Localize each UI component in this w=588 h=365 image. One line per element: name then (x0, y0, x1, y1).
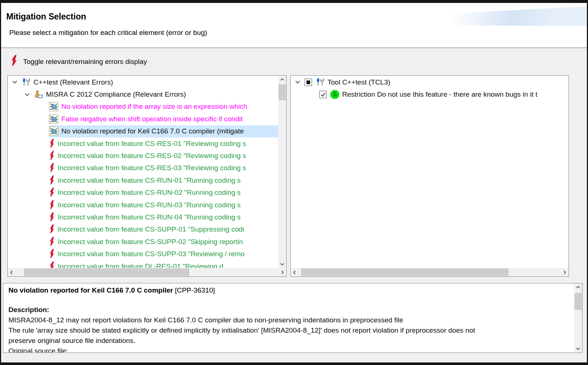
bug-icon (49, 114, 58, 124)
tree-item[interactable]: Incorrect value from feature CS-SUPP-02 … (8, 236, 278, 248)
mitigation-tree: Tool C++test (TCL3)SRestriction Do not u… (291, 76, 569, 268)
tree-item-label: Incorrect value from feature CS-RUN-01 "… (58, 176, 278, 185)
details-title-ref: [CPP-36310] (173, 286, 215, 294)
tree-item[interactable]: Incorrect value from feature CS-RES-02 "… (8, 150, 278, 162)
tree-item[interactable]: Incorrect value from feature CS-SUPP-01 … (8, 223, 278, 236)
tree-item-label: MISRA C 2012 Compliance (Relevant Errors… (46, 90, 278, 99)
tree-item-label: False negative when shift operation insi… (61, 115, 278, 123)
toggle-errors-row[interactable]: Toggle relevant/remaining errors display (10, 55, 147, 69)
scroll-down-arrow[interactable] (574, 345, 582, 353)
tree-item[interactable]: MISRA C 2012 Compliance (Relevant Errors… (8, 88, 278, 100)
tree-item[interactable]: Incorrect value from feature CS-RES-03 "… (8, 162, 278, 174)
description-line: The rule 'array size should be stated ex… (8, 325, 572, 336)
description-line: Original source file: (8, 346, 572, 353)
scroll-thumb[interactable] (279, 84, 286, 100)
relevant-errors-tree-panel: C++test (Relevant Errors)MISRA C 2012 Co… (7, 75, 287, 277)
dialog-frame: Mitigation Selection Please select a mit… (0, 0, 588, 365)
scroll-left-arrow[interactable] (291, 268, 298, 276)
scroll-right-arrow[interactable] (561, 268, 569, 276)
tree-item[interactable]: Incorrect value from feature CS-RUN-02 "… (8, 187, 278, 199)
left-horizontal-scrollbar[interactable] (8, 268, 286, 276)
red-lightning-icon (10, 55, 18, 69)
header-banner-gradient (381, 4, 587, 27)
tree-item-label: No violation reported for Keil C166 7.0 … (61, 127, 278, 135)
tools-icon (22, 78, 31, 87)
scroll-right-arrow[interactable] (279, 268, 286, 276)
chevron-down-icon[interactable] (294, 80, 305, 84)
tree-item[interactable]: False negative when shift operation insi… (8, 113, 278, 125)
error-lightning-icon (49, 237, 55, 247)
error-lightning-icon (49, 163, 55, 173)
details-title-text: No violation reported for Keil C166 7.0 … (8, 286, 173, 294)
scroll-left-arrow[interactable] (8, 268, 15, 276)
chevron-down-icon[interactable] (23, 93, 34, 96)
details-vertical-scrollbar[interactable] (574, 283, 582, 353)
scroll-up-arrow[interactable] (278, 76, 286, 83)
details-panel: No violation reported for Keil C166 7.0 … (3, 283, 582, 353)
tree-item-label: Incorrect value from feature CS-RES-03 "… (58, 164, 278, 172)
description-line: preserve original source file indentatio… (8, 336, 572, 346)
details-title: No violation reported for Keil C166 7.0 … (8, 286, 572, 295)
tree-item-label: Tool C++test (TCL3) (327, 78, 569, 86)
right-horizontal-scrollbar[interactable] (291, 268, 569, 276)
tree-item[interactable]: Incorrect value from feature DL-RES-01 "… (8, 260, 278, 268)
tree-item-label: C++test (Relevant Errors) (33, 78, 278, 86)
error-lightning-icon (49, 187, 55, 198)
tree-item-label: Incorrect value from feature CS-SUPP-01 … (58, 225, 278, 233)
error-lightning-icon (49, 224, 55, 235)
tree-item-label: No violation reported if the array size … (61, 103, 278, 111)
bug-icon (49, 126, 58, 136)
tree-item[interactable]: Tool C++test (TCL3) (291, 76, 569, 88)
tree-item[interactable]: Incorrect value from feature CS-RUN-04 "… (8, 211, 278, 223)
error-lightning-icon (49, 212, 55, 222)
description-heading: Description: (8, 305, 572, 315)
mitigation-tree-panel: Tool C++test (TCL3)SRestriction Do not u… (290, 75, 569, 277)
tree-item-label: Incorrect value from feature CS-RUN-04 "… (58, 213, 278, 221)
page-subtitle: Please select a mitigation for each crit… (9, 29, 207, 37)
tree-item-label: Incorrect value from feature CS-RUN-03 "… (58, 201, 278, 209)
dialog-body: Toggle relevant/remaining errors display… (1, 48, 587, 362)
tree-item-label: Incorrect value from feature CS-SUPP-03 … (58, 250, 278, 258)
error-lightning-icon (49, 249, 55, 259)
tree-item[interactable]: Incorrect value from feature CS-RUN-01 "… (8, 174, 278, 186)
toggle-errors-label: Toggle relevant/remaining errors display (23, 58, 147, 66)
tree-item-label: Incorrect value from feature DL-RES-01 "… (58, 262, 278, 268)
tristate-checkbox[interactable] (305, 79, 312, 86)
details-content: No violation reported for Keil C166 7.0 … (8, 286, 572, 353)
scroll-thumb[interactable] (574, 293, 582, 310)
description-line: MISRA2004-8_12 may not report violations… (8, 315, 572, 325)
scroll-thumb[interactable] (301, 268, 509, 276)
scroll-up-arrow[interactable] (574, 283, 582, 291)
tree-item-label: Incorrect value from feature CS-RUN-02 "… (58, 189, 278, 197)
error-lightning-icon (49, 139, 55, 149)
tree-item-label: Incorrect value from feature CS-SUPP-02 … (58, 238, 278, 246)
tree-item[interactable]: No violation reported for Keil C166 7.0 … (8, 125, 278, 137)
tree-item-label: Restriction Do not use this feature - th… (342, 90, 569, 99)
tree-item[interactable]: SRestriction Do not use this feature - t… (291, 88, 569, 100)
bug-icon (49, 102, 58, 111)
person-compliance-icon (34, 90, 43, 99)
wizard-header: Mitigation Selection Please select a mit… (1, 3, 587, 48)
tree-item-label: Incorrect value from feature CS-RES-01 "… (58, 140, 278, 148)
checked-checkbox[interactable] (319, 91, 327, 98)
relevant-errors-tree: C++test (Relevant Errors)MISRA C 2012 Co… (8, 76, 278, 268)
error-lightning-icon (49, 175, 55, 186)
tools-icon (316, 78, 325, 87)
scroll-thumb[interactable] (24, 268, 189, 276)
error-lightning-icon (49, 261, 55, 268)
tree-item[interactable]: C++test (Relevant Errors) (8, 76, 278, 88)
error-lightning-icon (49, 151, 55, 161)
left-vertical-scrollbar[interactable] (278, 76, 286, 268)
scroll-down-arrow[interactable] (278, 261, 286, 268)
tree-item[interactable]: No violation reported if the array size … (8, 101, 278, 113)
tree-item[interactable]: Incorrect value from feature CS-SUPP-03 … (8, 248, 278, 260)
restriction-icon: S (330, 90, 339, 99)
page-title: Mitigation Selection (6, 12, 86, 22)
error-lightning-icon (49, 200, 55, 210)
chevron-down-icon[interactable] (11, 80, 22, 84)
tree-item[interactable]: Incorrect value from feature CS-RUN-03 "… (8, 199, 278, 211)
tree-item[interactable]: Incorrect value from feature CS-RES-01 "… (8, 137, 278, 150)
tree-item-label: Incorrect value from feature CS-RES-02 "… (58, 152, 278, 160)
